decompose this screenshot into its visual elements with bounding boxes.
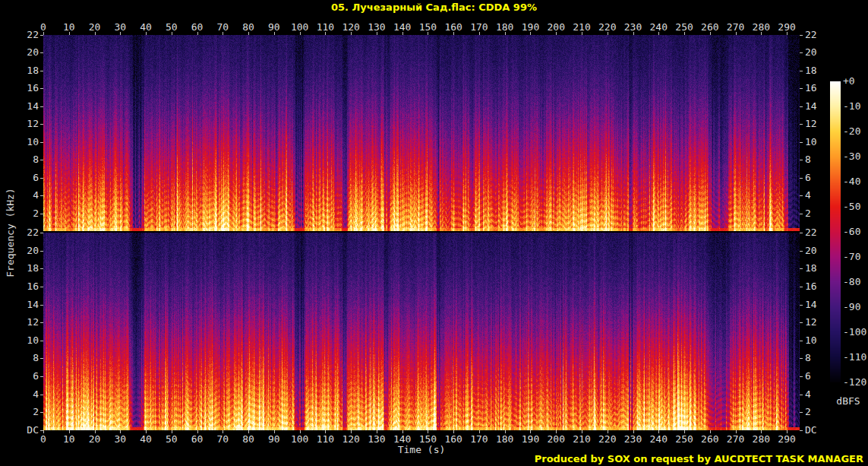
- x-tick-label: 10: [58, 22, 80, 32]
- x-tick-mark: [582, 430, 582, 433]
- x-tick-label: 260: [699, 22, 721, 32]
- freq-tick-mark: [40, 124, 43, 125]
- x-tick-mark: [69, 32, 70, 35]
- freq-tick-label: 22: [805, 30, 817, 40]
- freq-tick-label: 14: [4, 101, 39, 111]
- x-tick-label: 260: [699, 434, 721, 444]
- x-tick-mark: [608, 32, 608, 35]
- x-tick-mark: [95, 430, 96, 433]
- freq-tick-mark: [40, 287, 43, 287]
- x-tick-mark: [658, 32, 659, 35]
- freq-tick-mark: [40, 376, 43, 377]
- freq-tick-label: 22: [4, 30, 39, 40]
- x-tick-mark: [95, 32, 96, 35]
- freq-tick-label: 10: [805, 335, 817, 345]
- freq-tick-mark: [800, 376, 803, 377]
- freq-tick-label: 4: [805, 190, 811, 200]
- freq-tick-label: 10: [4, 137, 39, 147]
- x-tick-label: 40: [135, 434, 156, 444]
- x-tick-mark: [684, 32, 685, 35]
- freq-tick-label: 20: [805, 246, 817, 255]
- x-tick-mark: [248, 32, 249, 35]
- freq-tick-label: 12: [805, 317, 817, 327]
- x-tick-mark: [377, 430, 377, 433]
- x-tick-label: 60: [187, 22, 208, 32]
- freq-tick-mark: [800, 71, 803, 71]
- freq-tick-label: 22: [805, 227, 817, 237]
- freq-tick-mark: [40, 395, 43, 395]
- spectrogram-channel-2-canvas: [43, 233, 800, 430]
- colorbar-tick-label: -10: [843, 101, 860, 111]
- x-tick-mark: [197, 430, 198, 433]
- x-tick-mark: [146, 430, 147, 433]
- freq-tick-label: 8: [805, 353, 811, 363]
- freq-tick-mark: [800, 358, 803, 359]
- colorbar-unit-label: dBFS: [830, 395, 866, 407]
- x-tick-mark: [146, 32, 147, 35]
- x-tick-mark: [274, 32, 275, 35]
- x-tick-label: 200: [545, 434, 567, 444]
- x-tick-mark: [300, 32, 301, 35]
- freq-tick-label: 12: [4, 119, 39, 128]
- x-tick-mark: [710, 32, 711, 35]
- x-tick-label: 110: [314, 22, 336, 32]
- freq-tick-label: 16: [4, 83, 39, 93]
- x-tick-mark: [530, 32, 531, 35]
- x-tick-label: 230: [623, 22, 644, 32]
- x-tick-mark: [479, 32, 480, 35]
- freq-tick-label: 2: [805, 208, 811, 218]
- x-tick-mark: [608, 430, 608, 433]
- freq-tick-mark: [800, 124, 803, 125]
- freq-tick-mark: [800, 268, 803, 269]
- x-tick-mark: [453, 430, 454, 433]
- x-tick-label: 80: [238, 434, 259, 444]
- freq-tick-mark: [40, 358, 43, 359]
- x-tick-label: 30: [109, 434, 131, 444]
- x-tick-label: 160: [443, 434, 464, 444]
- x-tick-mark: [736, 430, 737, 433]
- freq-tick-label: DC: [4, 425, 39, 435]
- x-tick-label: 20: [84, 22, 106, 32]
- freq-tick-label: 4: [4, 389, 39, 399]
- x-tick-mark: [633, 430, 634, 433]
- freq-tick-mark: [40, 35, 43, 36]
- x-tick-label: 80: [238, 22, 259, 32]
- x-tick-label: 30: [109, 22, 131, 32]
- x-tick-label: 250: [674, 22, 695, 32]
- x-tick-mark: [658, 430, 659, 433]
- freq-tick-label: 4: [805, 389, 811, 399]
- freq-tick-label: 14: [4, 300, 39, 309]
- freq-tick-mark: [800, 106, 803, 107]
- freq-tick-mark: [40, 322, 43, 323]
- freq-tick-mark: [40, 88, 43, 89]
- freq-tick-label: 12: [805, 119, 817, 128]
- colorbar-tick-label: -40: [843, 176, 860, 186]
- freq-tick-label: 16: [805, 83, 817, 93]
- colorbar-tick-label: -70: [843, 252, 860, 262]
- freq-tick-label: 16: [805, 281, 817, 291]
- x-tick-mark: [556, 32, 557, 35]
- colorbar-tick-label: -90: [843, 302, 860, 312]
- x-tick-label: 180: [494, 434, 516, 444]
- colorbar-canvas: [830, 81, 841, 382]
- freq-tick-label: 14: [805, 300, 817, 309]
- x-tick-mark: [736, 32, 737, 35]
- freq-tick-mark: [800, 52, 803, 53]
- colorbar-tick-label: -120: [843, 377, 866, 387]
- freq-tick-mark: [800, 322, 803, 323]
- x-tick-mark: [120, 32, 121, 35]
- freq-tick-mark: [40, 71, 43, 71]
- freq-tick-mark: [800, 430, 803, 431]
- x-tick-mark: [633, 32, 634, 35]
- freq-tick-label: 10: [4, 335, 39, 345]
- x-tick-label: 180: [494, 22, 516, 32]
- x-tick-mark: [402, 32, 403, 35]
- colorbar-tick-label: -80: [843, 277, 860, 287]
- x-tick-mark: [351, 32, 352, 35]
- x-tick-mark: [300, 430, 301, 433]
- x-tick-label: 270: [725, 22, 746, 32]
- freq-tick-mark: [800, 178, 803, 179]
- freq-tick-label: 20: [4, 47, 39, 57]
- freq-tick-label: DC: [805, 425, 817, 435]
- freq-tick-label: 12: [4, 317, 39, 327]
